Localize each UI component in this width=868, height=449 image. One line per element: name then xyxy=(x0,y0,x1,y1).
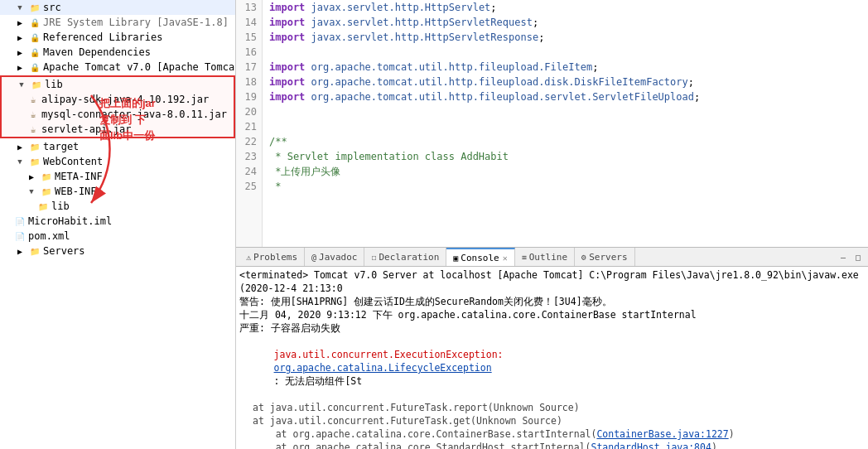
minimize-button[interactable]: — xyxy=(837,250,850,263)
expand-icon: ▶ xyxy=(13,46,27,59)
right-panel: 13 14 15 16 17 18 19 20 21 22 23 24 25 i… xyxy=(236,0,868,449)
jar-icon: ☕ xyxy=(27,123,40,136)
code-line-17: import org.apache.tomcat.util.http.fileu… xyxy=(269,60,861,75)
tab-console[interactable]: ▣ Console ✕ xyxy=(446,248,514,266)
tab-declaration[interactable]: ☐ Declaration xyxy=(364,248,446,266)
code-line-24: *上传用户头像 xyxy=(269,164,861,179)
code-line-21 xyxy=(269,119,861,134)
code-content[interactable]: import javax.servlet.http.HttpServlet; i… xyxy=(263,0,868,247)
tree-item-maven[interactable]: ▶ 🔒 Maven Dependencies xyxy=(0,45,235,60)
lib-icon: 🔒 xyxy=(28,46,41,59)
expand-icon: ▼ xyxy=(15,78,28,91)
tree-item-lib[interactable]: ▼ 📁 lib xyxy=(2,77,234,92)
expand-icon: ▶ xyxy=(13,31,27,44)
jar-icon: ☕ xyxy=(27,93,40,106)
tree-item-pomxml[interactable]: 📄 pom.xml xyxy=(0,229,235,244)
line-numbers: 13 14 15 16 17 18 19 20 21 22 23 24 25 xyxy=(236,0,263,247)
exception-line: java.util.concurrent.ExecutionException:… xyxy=(239,335,865,401)
tab-controls: — □ xyxy=(837,250,865,263)
terminated-line: <terminated> Tomcat v7.0 Server at local… xyxy=(239,268,865,295)
file-icon: 📄 xyxy=(13,215,27,228)
lib-icon: ▶ xyxy=(13,16,27,29)
declaration-icon: ☐ xyxy=(371,253,376,262)
annotation-text: 把上面的jar 复制到 下 面lib中一份 xyxy=(66,95,156,144)
tree-item-webinf[interactable]: ▼ 📁 WEB-INF xyxy=(0,184,235,199)
server-icon: 🔒 xyxy=(28,60,41,74)
code-line-14: import javax.servlet.http.HttpServletReq… xyxy=(269,15,861,30)
tab-javadoc[interactable]: @ Javadoc xyxy=(305,248,364,266)
tree-item-lib2[interactable]: 📁 lib xyxy=(0,199,235,214)
servers-icon: ⚙ xyxy=(581,253,586,262)
tree-item-tomcat[interactable]: ▶ 🔒 Apache Tomcat v7.0 [Apache Tomcat xyxy=(0,60,235,75)
console-icon: ▣ xyxy=(453,253,458,263)
tab-close-console[interactable]: ✕ xyxy=(503,253,508,263)
maximize-button[interactable]: □ xyxy=(851,250,865,263)
folder-icon: 📁 xyxy=(40,185,53,198)
exception-text1: : 无法启动组件[St xyxy=(274,375,363,387)
at-line-0: at java.util.concurrent.FutureTask.repor… xyxy=(239,401,865,414)
javadoc-icon: @ xyxy=(311,253,316,262)
tree-item-servers[interactable]: ▶ 📁 Servers xyxy=(0,244,235,258)
code-line-20 xyxy=(269,104,861,119)
standardhost-link[interactable]: StandardHost.java:804 xyxy=(591,442,711,449)
tree-item-microhabit[interactable]: 📄 MicroHabit.iml xyxy=(0,214,235,229)
tree-item-metainf[interactable]: ▶ 📁 META-INF xyxy=(0,169,235,184)
expand-icon: ▶ xyxy=(25,170,38,183)
expand-icon: ▼ xyxy=(13,155,27,168)
tab-problems[interactable]: ⚠ Problems xyxy=(239,248,305,266)
jar-icon: ☕ xyxy=(27,108,40,121)
tree-item-webcontent[interactable]: ▼ 📁 WebContent xyxy=(0,154,235,169)
console-output[interactable]: <terminated> Tomcat v7.0 Server at local… xyxy=(236,267,868,449)
folder-icon: 📁 xyxy=(28,1,41,14)
outline-icon: ≡ xyxy=(522,253,527,262)
code-line-15: import javax.servlet.http.HttpServletRes… xyxy=(269,30,861,45)
problems-icon: ⚠ xyxy=(246,253,251,262)
expand-icon: ▶ xyxy=(13,244,27,258)
warning-line1: 警告: 使用[SHA1PRNG] 创建云话ID生成的SecureRandom关闭… xyxy=(239,295,865,308)
code-line-18: import org.apache.tomcat.util.http.fileu… xyxy=(269,75,861,89)
folder-icon: 📁 xyxy=(28,244,41,258)
exception-link1[interactable]: org.apache.catalina.LifecycleException xyxy=(274,362,492,374)
tree-item-reflibs[interactable]: ▶ 🔒 Referenced Libraries xyxy=(0,30,235,45)
tree-item-src[interactable]: ▼ 📁 src xyxy=(0,0,235,15)
tree-item-jre[interactable]: ▶ 🔒 JRE System Library [JavaSE-1.8] xyxy=(0,15,235,30)
code-line-23: * Servlet implementation class AddHabit xyxy=(269,149,861,164)
lib-icon: 🔒 xyxy=(28,31,41,44)
expand-icon: ▶ xyxy=(13,140,27,153)
at-line-1: at java.util.concurrent.FutureTask.get(U… xyxy=(239,414,865,427)
project-explorer: ▼ 📁 src ▶ 🔒 JRE System Library [JavaSE-1… xyxy=(0,0,236,449)
code-editor: 13 14 15 16 17 18 19 20 21 22 23 24 25 i… xyxy=(236,0,868,247)
expand-icon: ▼ xyxy=(13,1,27,14)
tab-outline[interactable]: ≡ Outline xyxy=(515,248,575,266)
at-line-3: at org.apache.catalina.core.StandardHost… xyxy=(239,441,865,449)
code-line-13: import javax.servlet.http.HttpServlet; xyxy=(269,0,861,15)
at-line-2: at org.apache.catalina.core.ContainerBas… xyxy=(239,427,865,441)
code-line-25: * xyxy=(269,179,861,194)
folder-icon: 📁 xyxy=(40,170,53,183)
severe-line: 严重: 子容器启动失败 xyxy=(239,321,865,335)
exception-class: java.util.concurrent.ExecutionException: xyxy=(274,349,504,360)
code-line-22: /** xyxy=(269,134,861,149)
code-line-16 xyxy=(269,45,861,60)
tab-servers[interactable]: ⚙ Servers xyxy=(575,248,634,266)
expand-icon: ▼ xyxy=(25,185,38,198)
xml-icon: 📄 xyxy=(13,229,27,243)
folder-icon: 📁 xyxy=(28,155,41,168)
expand-icon: ▶ xyxy=(13,60,27,74)
code-line-19: import org.apache.tomcat.util.http.fileu… xyxy=(269,89,861,104)
folder-icon: 📁 xyxy=(28,140,41,153)
folder-icon: 📁 xyxy=(30,78,43,91)
folder-icon: 📁 xyxy=(36,200,50,213)
jar-icon: 🔒 xyxy=(28,16,41,29)
date-line: 十二月 04, 2020 9:13:12 下午 org.apache.catal… xyxy=(239,308,865,321)
containerbase-link[interactable]: ContainerBase.java:1227 xyxy=(596,428,728,440)
console-tab-bar: ⚠ Problems @ Javadoc ☐ Declaration ▣ Con… xyxy=(236,247,868,267)
